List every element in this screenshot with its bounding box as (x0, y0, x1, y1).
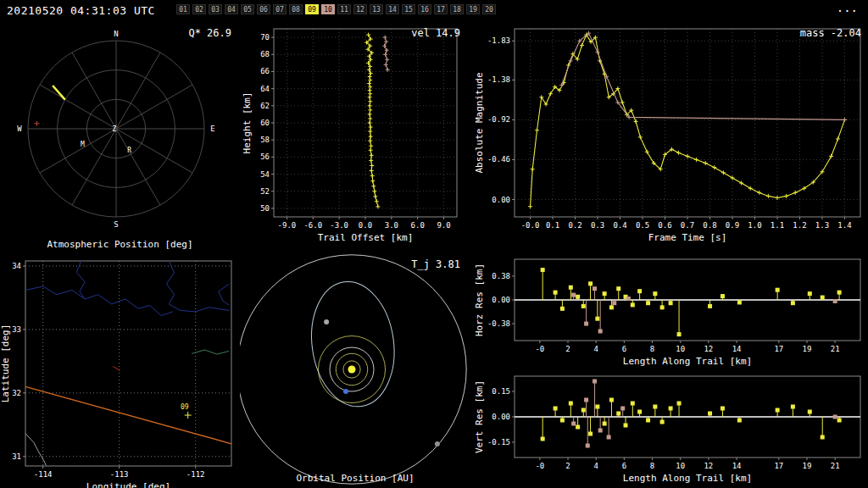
orbital-position-chart[interactable] (240, 254, 470, 488)
atmospheric-position-title: Atmospheric Position [deg] (0, 239, 240, 250)
svg-text:6: 6 (622, 462, 626, 470)
timestamp: 20210520 04:31:03 UTC (7, 4, 155, 17)
svg-text:0.15: 0.15 (492, 387, 510, 396)
svg-text:Horz Res [km]: Horz Res [km] (474, 263, 485, 336)
atmospheric-position-chart[interactable]: NESWZMR (0, 22, 240, 254)
velocity-profile-panel: -9.0-6.0-3.00.03.06.09.05052545658606264… (240, 22, 470, 254)
tab-10[interactable]: 10 (321, 4, 335, 14)
svg-text:19: 19 (803, 345, 812, 353)
svg-text:M: M (81, 141, 85, 148)
tab-05[interactable]: 05 (241, 4, 254, 14)
svg-text:W: W (17, 125, 22, 133)
svg-text:1.2: 1.2 (793, 221, 806, 230)
svg-text:0.1: 0.1 (546, 221, 559, 230)
svg-text:34: 34 (12, 262, 21, 270)
velocity-profile-chart[interactable]: -9.0-6.0-3.00.03.06.09.05052545658606264… (240, 22, 470, 254)
svg-text:6: 6 (622, 345, 626, 353)
svg-text:56: 56 (260, 152, 270, 161)
svg-text:8: 8 (650, 462, 654, 470)
tab-04[interactable]: 04 (225, 4, 238, 14)
svg-text:17: 17 (774, 345, 783, 353)
svg-text:0.2: 0.2 (568, 221, 581, 230)
svg-text:12: 12 (704, 462, 713, 470)
tab-20[interactable]: 20 (482, 4, 496, 14)
overflow-menu-button[interactable]: ... (837, 1, 858, 14)
svg-text:64: 64 (260, 85, 270, 93)
top-bar: 20210520 04:31:03 UTC 010203040506070809… (0, 0, 868, 22)
tab-18[interactable]: 18 (450, 4, 464, 14)
tab-11[interactable]: 11 (337, 4, 351, 14)
svg-text:0.38: 0.38 (492, 272, 510, 280)
svg-text:12: 12 (704, 345, 713, 353)
svg-text:2: 2 (565, 462, 570, 470)
svg-text:Length Along Trail [km]: Length Along Trail [km] (623, 356, 752, 367)
svg-text:-1.83: -1.83 (487, 36, 510, 45)
velocity-badge: vel 14.9 (411, 27, 460, 39)
svg-text:Latitude [deg]: Latitude [deg] (0, 324, 11, 403)
tab-01[interactable]: 01 (176, 4, 190, 14)
svg-text:-0.92: -0.92 (487, 115, 510, 124)
svg-text:-0: -0 (535, 345, 544, 353)
svg-text:0.7: 0.7 (681, 221, 694, 230)
svg-text:9.0: 9.0 (437, 221, 450, 230)
atmospheric-position-panel: NESWZMR Q* 26.9 Atmospheric Position [de… (0, 22, 240, 254)
mass-badge: mass -2.04 (800, 27, 861, 39)
tab-17[interactable]: 17 (434, 4, 448, 14)
svg-text:R: R (127, 147, 131, 154)
vertical-residuals-panel: -024681012141719210.150.00-0.15Length Al… (470, 371, 868, 488)
tab-08[interactable]: 08 (289, 4, 303, 14)
svg-text:21: 21 (831, 462, 840, 470)
svg-text:62: 62 (260, 102, 270, 110)
svg-text:1.3: 1.3 (815, 221, 829, 230)
horizontal-residuals-panel: -024681012141719210.380.00-0.38Length Al… (470, 254, 868, 371)
tab-09[interactable]: 09 (305, 4, 319, 14)
svg-text:-112: -112 (186, 470, 205, 479)
tab-15[interactable]: 15 (402, 4, 415, 14)
svg-text:Z: Z (113, 125, 117, 133)
svg-text:0.8: 0.8 (703, 221, 716, 230)
svg-text:-0.15: -0.15 (487, 438, 510, 446)
tab-13[interactable]: 13 (370, 4, 383, 14)
tisserand-badge: T_j 3.81 (411, 258, 460, 270)
svg-text:58: 58 (260, 136, 270, 144)
svg-text:-3.0: -3.0 (330, 221, 348, 230)
light-curve-chart[interactable]: -0.00.10.20.30.40.50.60.70.80.91.01.11.2… (470, 22, 868, 254)
svg-text:33: 33 (12, 325, 21, 334)
vertical-residuals-chart[interactable]: -024681012141719210.150.00-0.15Length Al… (470, 371, 868, 488)
svg-text:Length Along Trail [km]: Length Along Trail [km] (623, 473, 752, 484)
tab-14[interactable]: 14 (386, 4, 399, 14)
horizontal-residuals-chart[interactable]: -024681012141719210.380.00-0.38Length Al… (470, 254, 868, 371)
ground-track-map-panel: -114-113-11231323334Longitude [deg]Latit… (0, 254, 240, 488)
tab-02[interactable]: 02 (192, 4, 206, 14)
svg-text:32: 32 (12, 389, 21, 397)
svg-text:0.00: 0.00 (492, 296, 510, 304)
app-window: 20210520 04:31:03 UTC 010203040506070809… (0, 0, 868, 488)
svg-text:0.00: 0.00 (492, 413, 510, 421)
svg-text:31: 31 (12, 452, 21, 461)
svg-text:14: 14 (732, 462, 742, 470)
svg-text:6.0: 6.0 (411, 221, 425, 230)
svg-text:-0.0: -0.0 (521, 221, 540, 230)
tab-16[interactable]: 16 (418, 4, 431, 14)
tab-19[interactable]: 19 (466, 4, 480, 14)
tab-07[interactable]: 07 (273, 4, 287, 14)
tab-12[interactable]: 12 (353, 4, 367, 14)
svg-text:0.5: 0.5 (636, 221, 649, 230)
svg-text:4: 4 (593, 345, 598, 353)
svg-text:8: 8 (650, 345, 654, 353)
svg-text:Longitude [deg]: Longitude [deg] (86, 481, 170, 488)
svg-text:60: 60 (260, 119, 270, 127)
svg-text:0.6: 0.6 (658, 221, 671, 230)
svg-text:-113: -113 (110, 470, 129, 479)
svg-text:50: 50 (260, 204, 270, 213)
svg-text:0.00: 0.00 (492, 196, 510, 204)
tab-06[interactable]: 06 (257, 4, 270, 14)
svg-text:68: 68 (260, 50, 270, 58)
svg-text:0.0: 0.0 (359, 221, 372, 230)
tab-03[interactable]: 03 (209, 4, 222, 14)
svg-text:Absolute Magnitude: Absolute Magnitude (474, 72, 485, 173)
svg-text:19: 19 (803, 462, 812, 470)
ground-track-map[interactable]: -114-113-11231323334Longitude [deg]Latit… (0, 254, 240, 488)
svg-text:10: 10 (676, 345, 685, 353)
orbital-position-title: Orbital Position [AU] (240, 473, 470, 484)
